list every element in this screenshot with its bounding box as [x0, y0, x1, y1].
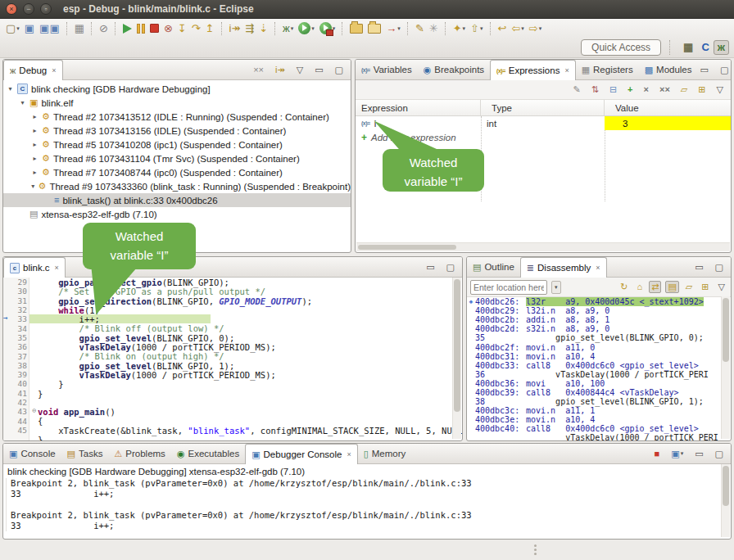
refresh-view-button[interactable]: ↻: [618, 281, 630, 293]
trace-control-button[interactable]: ⇶: [242, 21, 256, 35]
show-logical-structure-button[interactable]: ⇅: [589, 84, 601, 96]
remove-all-terminated-button[interactable]: ××: [251, 64, 266, 76]
editor-line[interactable]: }: [3, 435, 462, 441]
debug-perspective-button[interactable]: ж: [714, 40, 729, 55]
disassembly-content[interactable]: ◈400dbc26:l32r a9, 0x400d045c <_stext+10…: [467, 297, 731, 441]
save-button[interactable]: ▣: [22, 21, 37, 35]
column-header[interactable]: Type: [481, 100, 605, 115]
editor-content[interactable]: 29 gpio_pad_select_gpio(BLINK_GPIO);30 /…: [3, 278, 462, 441]
maximize-view-button[interactable]: ▢: [713, 448, 726, 460]
debug-tree-item[interactable]: ▸⚙Thread #5 1073410208 (ipc1) (Suspended…: [3, 138, 351, 151]
close-icon[interactable]: ×: [564, 66, 569, 75]
minimize-view-button[interactable]: ▭: [692, 261, 705, 273]
disassembly-line[interactable]: ◈400dbc26:l32r a9, 0x400d045c <_stext+10…: [467, 297, 731, 306]
view-menu-button[interactable]: ▽: [294, 64, 306, 76]
debug-tree-item[interactable]: ▸⚙Thread #6 1073431104 (Tmr Svc) (Suspen…: [3, 151, 351, 165]
show-source-button[interactable]: ▤: [665, 281, 678, 293]
minimize-view-button[interactable]: ▭: [698, 64, 711, 76]
disassembly-line[interactable]: 400dbc2d:s32i.n a8, a9, 0: [467, 324, 731, 333]
editor-line[interactable]: 34 /* Blink off (output low) */: [3, 323, 462, 332]
step-return-button[interactable]: ↥: [203, 21, 217, 35]
home-pc-button[interactable]: ⌂: [635, 281, 646, 293]
use-step-filters-button[interactable]: ⇣: [256, 21, 270, 35]
expander-icon[interactable]: ▸: [31, 113, 39, 120]
suspend-button[interactable]: [134, 22, 147, 35]
debug-tree-item[interactable]: ▾⚙Thread #9 1073433360 (blink_task : Run…: [3, 179, 351, 193]
disassembly-line[interactable]: 400dbc39:call8 0x400844c4 <vTaskDelay>: [467, 388, 731, 397]
search-button[interactable]: ✦▾: [451, 21, 468, 35]
instruction-stepping-button[interactable]: i↠: [227, 21, 243, 35]
close-icon[interactable]: ×: [55, 264, 59, 272]
editor-line[interactable]: 38 gpio_set_level(BLINK_GPIO, 1);: [3, 361, 462, 370]
expander-icon[interactable]: ▾: [19, 99, 26, 106]
add-expression-button[interactable]: +: [625, 84, 635, 96]
tab-registers[interactable]: ▦Registers: [576, 60, 639, 79]
terminate-console-button[interactable]: ■: [652, 448, 663, 460]
open-folder-button[interactable]: [365, 22, 383, 35]
debug-tree-item[interactable]: ▸⚙Thread #2 1073413512 (IDLE : Running) …: [3, 110, 351, 124]
cpp-perspective-button[interactable]: C: [697, 40, 713, 55]
maximize-view-button[interactable]: ▢: [713, 261, 726, 273]
close-icon[interactable]: ×: [347, 450, 351, 458]
window-minimize-button[interactable]: −: [23, 3, 34, 15]
tab-breakpoints[interactable]: ◉Breakpoints: [418, 60, 490, 79]
view-menu-button[interactable]: ▽: [716, 281, 727, 293]
editor-line[interactable]: 35 gpio_set_level(BLINK_GPIO, 0);: [3, 333, 462, 342]
column-header[interactable]: Expression: [356, 100, 481, 115]
editor-line[interactable]: 36 vTaskDelay(1000 / portTICK_PERIOD_MS)…: [3, 342, 462, 351]
debug-button[interactable]: ж▾: [280, 21, 296, 35]
pin-view-button[interactable]: ⊞: [695, 84, 708, 96]
editor-line[interactable]: 29 gpio_pad_select_gpio(BLINK_GPIO);: [3, 278, 462, 287]
fold-icon[interactable]: ⊖: [32, 407, 36, 414]
next-annotation-button[interactable]: ⇧▾: [468, 21, 485, 35]
terminate-button[interactable]: [147, 22, 161, 34]
tab-memory[interactable]: ▯Memory: [358, 444, 412, 463]
editor-line[interactable]: 44{: [3, 416, 462, 425]
minimize-view-button[interactable]: ▭: [312, 64, 325, 76]
build-button[interactable]: ▦: [72, 21, 87, 35]
tab-blink-c[interactable]: cblink.c×: [3, 257, 66, 278]
forward-button[interactable]: ⇨▾: [527, 21, 544, 35]
expander-icon[interactable]: ▸: [31, 141, 39, 148]
minimize-view-button[interactable]: ▭: [692, 448, 705, 460]
disassembly-line[interactable]: 400dbc33:call8 0x400dc6c0 <gpio_set_leve…: [467, 361, 731, 370]
maximize-view-button[interactable]: ▢: [444, 261, 457, 273]
disassembly-line[interactable]: 400dbc36:movi a10, 100: [467, 379, 731, 388]
editor-line[interactable]: 42: [3, 398, 462, 407]
expander-icon[interactable]: ▸: [31, 127, 39, 134]
resume-button[interactable]: [120, 22, 134, 35]
new-folder-button[interactable]: [347, 22, 365, 35]
instruction-stepping-toggle-button[interactable]: i↠: [273, 64, 288, 76]
remove-all-expressions-button[interactable]: ××: [657, 84, 673, 96]
new-view-button[interactable]: ▱: [683, 281, 695, 293]
disassembly-line[interactable]: 400dbc31:movi.n a10, 4: [467, 352, 731, 361]
format-button[interactable]: ✎: [413, 21, 427, 35]
step-into-button[interactable]: ↧: [175, 21, 189, 35]
tab-debugger-console[interactable]: ▣Debugger Console×: [245, 444, 358, 464]
horizontal-scrollbar[interactable]: [356, 242, 730, 251]
disassembly-line[interactable]: 400dbc3e:movi.n a10, 4: [467, 415, 731, 424]
expander-icon[interactable]: ▾: [31, 183, 35, 190]
tab-executables[interactable]: ◉Executables: [171, 444, 245, 463]
expander-icon[interactable]: ▾: [7, 85, 14, 93]
back-button[interactable]: ⇦▾: [509, 21, 526, 35]
editor-vertical-scrollbar[interactable]: [452, 278, 461, 439]
open-perspective-button[interactable]: ▦: [679, 40, 697, 55]
debug-tree-item[interactable]: ▤xtensa-esp32-elf-gdb (7.10): [3, 207, 351, 221]
tab-console[interactable]: ▣Console: [3, 444, 61, 463]
console-vertical-scrollbar[interactable]: [721, 464, 730, 537]
external-tools-button[interactable]: ▾: [317, 20, 338, 36]
show-type-names-button[interactable]: ✎: [570, 84, 582, 96]
window-maximize-button[interactable]: ▫: [40, 3, 52, 15]
tab-expressions[interactable]: (x)=Expressions×: [490, 60, 576, 80]
tab-disassembly[interactable]: ≣Disassembly×: [520, 257, 607, 278]
pin-view-button[interactable]: ⊞: [699, 281, 711, 293]
editor-line[interactable]: 41}: [3, 389, 462, 398]
last-edit-location-button[interactable]: ↩: [496, 21, 510, 35]
tab-problems[interactable]: ⚠Problems: [108, 444, 170, 463]
disassembly-line[interactable]: 400dbc3c:movi.n a11, 1: [467, 406, 731, 415]
console-output[interactable]: Breakpoint 2, blink_task (pvParameter=0x…: [6, 478, 731, 531]
editor-line[interactable]: 43⊖void app_main(): [3, 407, 462, 416]
flash-download-button[interactable]: →▾: [383, 21, 403, 35]
editor-line[interactable]: 37 /* Blink on (output high) */: [3, 351, 462, 360]
